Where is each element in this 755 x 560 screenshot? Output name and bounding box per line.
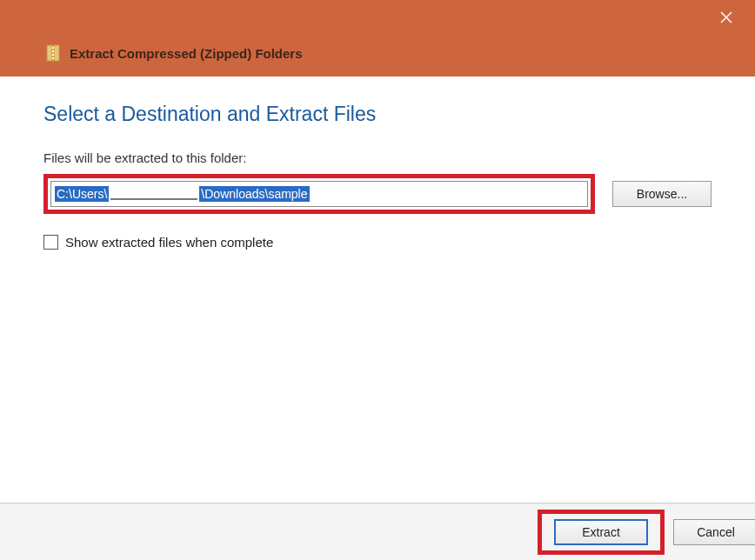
close-button[interactable] [713, 7, 739, 28]
close-icon [720, 11, 732, 23]
svg-rect-5 [52, 50, 54, 52]
path-text-suffix: \Downloads\sample [199, 186, 309, 202]
path-text-prefix: C:\Users\ [55, 186, 109, 202]
window-title: Extract Compressed (Zipped) Folders [70, 46, 303, 61]
content-area: Select a Destination and Extract Files F… [0, 77, 755, 250]
page-heading: Select a Destination and Extract Files [43, 103, 712, 126]
show-files-checkbox[interactable] [43, 235, 58, 250]
show-files-checkbox-label: Show extracted files when complete [65, 235, 273, 250]
browse-button[interactable]: Browse... [612, 181, 712, 207]
svg-rect-4 [52, 47, 54, 49]
extract-button[interactable]: Extract [554, 519, 648, 545]
path-highlight: C:\Users\\Downloads\sample [43, 174, 595, 214]
path-redacted-segment [110, 188, 197, 200]
svg-rect-6 [52, 54, 54, 56]
svg-rect-7 [52, 57, 54, 59]
extract-highlight: Extract [538, 510, 665, 555]
destination-path-input[interactable]: C:\Users\\Downloads\sample [50, 181, 588, 207]
titlebar: Extract Compressed (Zipped) Folders [0, 0, 755, 77]
footer: Extract Cancel [0, 503, 755, 560]
cancel-button[interactable]: Cancel [673, 519, 755, 545]
zipped-folder-icon [45, 43, 61, 63]
path-label: Files will be extracted to this folder: [43, 150, 712, 165]
